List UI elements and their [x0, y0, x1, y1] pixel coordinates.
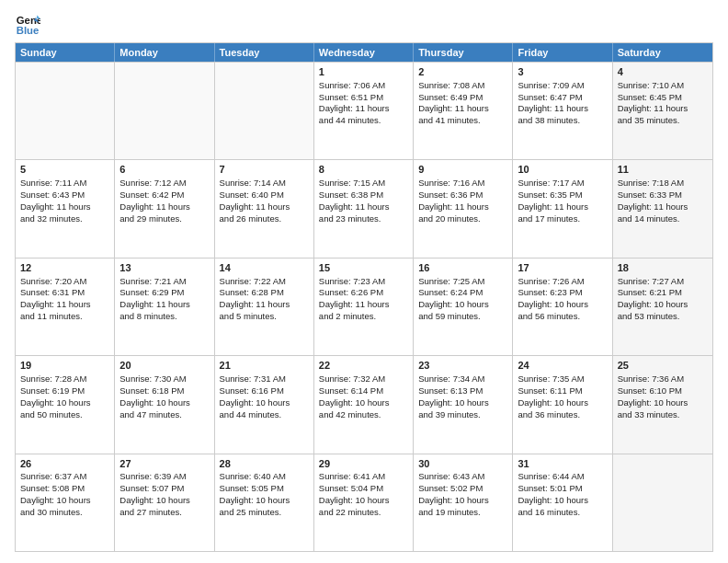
calendar-day-16: 16Sunrise: 7:25 AM Sunset: 6:24 PM Dayli… — [414, 259, 513, 355]
calendar-row-5: 26Sunrise: 6:37 AM Sunset: 5:08 PM Dayli… — [16, 454, 712, 551]
day-header-tuesday: Tuesday — [215, 43, 314, 62]
day-info: Sunrise: 7:25 AM Sunset: 6:24 PM Dayligh… — [418, 276, 489, 321]
calendar-row-2: 5Sunrise: 7:11 AM Sunset: 6:43 PM Daylig… — [16, 159, 712, 257]
calendar-day-30: 30Sunrise: 6:43 AM Sunset: 5:02 PM Dayli… — [414, 454, 513, 551]
day-number: 27 — [119, 457, 209, 471]
day-info: Sunrise: 7:36 AM Sunset: 6:10 PM Dayligh… — [618, 373, 688, 419]
day-number: 22 — [319, 359, 408, 373]
day-number: 6 — [119, 163, 209, 177]
day-info: Sunrise: 6:40 AM Sunset: 5:05 PM Dayligh… — [220, 471, 290, 516]
calendar-day-8: 8Sunrise: 7:15 AM Sunset: 6:38 PM Daylig… — [314, 160, 414, 257]
day-info: Sunrise: 7:18 AM Sunset: 6:33 PM Dayligh… — [618, 178, 688, 223]
day-info: Sunrise: 7:35 AM Sunset: 6:11 PM Dayligh… — [518, 373, 588, 419]
calendar-empty-cell — [215, 63, 314, 159]
day-number: 5 — [20, 163, 109, 177]
day-number: 10 — [518, 163, 607, 177]
day-info: Sunrise: 7:28 AM Sunset: 6:19 PM Dayligh… — [20, 373, 91, 419]
day-number: 26 — [20, 457, 109, 471]
day-info: Sunrise: 7:10 AM Sunset: 6:45 PM Dayligh… — [618, 80, 688, 125]
svg-text:Blue: Blue — [17, 25, 40, 36]
day-info: Sunrise: 6:39 AM Sunset: 5:07 PM Dayligh… — [119, 471, 190, 516]
calendar-day-25: 25Sunrise: 7:36 AM Sunset: 6:10 PM Dayli… — [613, 356, 712, 453]
calendar-day-27: 27Sunrise: 6:39 AM Sunset: 5:07 PM Dayli… — [115, 454, 214, 551]
day-number: 4 — [618, 65, 708, 79]
day-number: 23 — [418, 359, 507, 373]
calendar-day-4: 4Sunrise: 7:10 AM Sunset: 6:45 PM Daylig… — [613, 63, 712, 159]
day-number: 28 — [220, 457, 309, 471]
day-info: Sunrise: 6:43 AM Sunset: 5:02 PM Dayligh… — [418, 471, 489, 516]
day-info: Sunrise: 6:37 AM Sunset: 5:08 PM Dayligh… — [20, 471, 91, 516]
day-info: Sunrise: 7:08 AM Sunset: 6:49 PM Dayligh… — [418, 80, 489, 125]
day-info: Sunrise: 7:21 AM Sunset: 6:29 PM Dayligh… — [119, 276, 190, 321]
calendar-empty-cell — [115, 63, 214, 159]
day-info: Sunrise: 7:22 AM Sunset: 6:28 PM Dayligh… — [220, 276, 290, 321]
day-number: 19 — [20, 359, 109, 373]
day-number: 8 — [319, 163, 408, 177]
day-number: 31 — [518, 457, 607, 471]
day-number: 2 — [418, 65, 507, 79]
day-info: Sunrise: 7:20 AM Sunset: 6:31 PM Dayligh… — [20, 276, 91, 321]
calendar-day-21: 21Sunrise: 7:31 AM Sunset: 6:16 PM Dayli… — [215, 356, 314, 453]
day-number: 24 — [518, 359, 607, 373]
day-header-friday: Friday — [513, 43, 612, 62]
calendar-day-15: 15Sunrise: 7:23 AM Sunset: 6:26 PM Dayli… — [314, 259, 414, 355]
day-info: Sunrise: 6:44 AM Sunset: 5:01 PM Dayligh… — [518, 471, 588, 516]
day-number: 12 — [20, 261, 109, 275]
calendar-row-1: 1Sunrise: 7:06 AM Sunset: 6:51 PM Daylig… — [16, 62, 712, 159]
day-number: 25 — [618, 359, 708, 373]
calendar-day-2: 2Sunrise: 7:08 AM Sunset: 6:49 PM Daylig… — [414, 63, 513, 159]
calendar-day-24: 24Sunrise: 7:35 AM Sunset: 6:11 PM Dayli… — [513, 356, 612, 453]
day-info: Sunrise: 7:09 AM Sunset: 6:47 PM Dayligh… — [518, 80, 588, 125]
day-info: Sunrise: 7:17 AM Sunset: 6:35 PM Dayligh… — [518, 178, 588, 223]
header: General Blue — [15, 11, 713, 37]
day-info: Sunrise: 7:32 AM Sunset: 6:14 PM Dayligh… — [319, 373, 390, 419]
calendar-day-26: 26Sunrise: 6:37 AM Sunset: 5:08 PM Dayli… — [16, 454, 115, 551]
calendar-day-13: 13Sunrise: 7:21 AM Sunset: 6:29 PM Dayli… — [115, 259, 214, 355]
calendar-day-6: 6Sunrise: 7:12 AM Sunset: 6:42 PM Daylig… — [115, 160, 214, 257]
day-info: Sunrise: 7:34 AM Sunset: 6:13 PM Dayligh… — [418, 373, 489, 419]
calendar-day-1: 1Sunrise: 7:06 AM Sunset: 6:51 PM Daylig… — [314, 63, 414, 159]
calendar-empty-cell — [16, 63, 115, 159]
day-header-sunday: Sunday — [16, 43, 115, 62]
day-number: 20 — [119, 359, 209, 373]
calendar-day-20: 20Sunrise: 7:30 AM Sunset: 6:18 PM Dayli… — [115, 356, 214, 453]
calendar-row-4: 19Sunrise: 7:28 AM Sunset: 6:19 PM Dayli… — [16, 355, 712, 453]
calendar-day-31: 31Sunrise: 6:44 AM Sunset: 5:01 PM Dayli… — [513, 454, 612, 551]
day-number: 7 — [220, 163, 309, 177]
calendar-day-5: 5Sunrise: 7:11 AM Sunset: 6:43 PM Daylig… — [16, 160, 115, 257]
day-number: 9 — [418, 163, 507, 177]
calendar-day-29: 29Sunrise: 6:41 AM Sunset: 5:04 PM Dayli… — [314, 454, 414, 551]
day-info: Sunrise: 7:11 AM Sunset: 6:43 PM Dayligh… — [20, 178, 91, 223]
calendar-day-12: 12Sunrise: 7:20 AM Sunset: 6:31 PM Dayli… — [16, 259, 115, 355]
day-number: 3 — [518, 65, 607, 79]
day-info: Sunrise: 7:14 AM Sunset: 6:40 PM Dayligh… — [220, 178, 290, 223]
day-number: 17 — [518, 261, 607, 275]
day-info: Sunrise: 7:27 AM Sunset: 6:21 PM Dayligh… — [618, 276, 688, 321]
day-info: Sunrise: 7:31 AM Sunset: 6:16 PM Dayligh… — [220, 373, 290, 419]
calendar-row-3: 12Sunrise: 7:20 AM Sunset: 6:31 PM Dayli… — [16, 258, 712, 355]
calendar-day-28: 28Sunrise: 6:40 AM Sunset: 5:05 PM Dayli… — [215, 454, 314, 551]
day-info: Sunrise: 7:12 AM Sunset: 6:42 PM Dayligh… — [119, 178, 190, 223]
day-info: Sunrise: 7:26 AM Sunset: 6:23 PM Dayligh… — [518, 276, 588, 321]
calendar-day-17: 17Sunrise: 7:26 AM Sunset: 6:23 PM Dayli… — [513, 259, 612, 355]
calendar-day-10: 10Sunrise: 7:17 AM Sunset: 6:35 PM Dayli… — [513, 160, 612, 257]
day-number: 1 — [319, 65, 408, 79]
day-info: Sunrise: 7:30 AM Sunset: 6:18 PM Dayligh… — [119, 373, 190, 419]
calendar-day-22: 22Sunrise: 7:32 AM Sunset: 6:14 PM Dayli… — [314, 356, 414, 453]
calendar: SundayMondayTuesdayWednesdayThursdayFrid… — [15, 42, 713, 552]
calendar-day-23: 23Sunrise: 7:34 AM Sunset: 6:13 PM Dayli… — [414, 356, 513, 453]
day-number: 29 — [319, 457, 408, 471]
day-number: 13 — [119, 261, 209, 275]
calendar-day-9: 9Sunrise: 7:16 AM Sunset: 6:36 PM Daylig… — [414, 160, 513, 257]
calendar-day-14: 14Sunrise: 7:22 AM Sunset: 6:28 PM Dayli… — [215, 259, 314, 355]
calendar-day-3: 3Sunrise: 7:09 AM Sunset: 6:47 PM Daylig… — [513, 63, 612, 159]
calendar-empty-cell — [613, 454, 712, 551]
day-number: 11 — [618, 163, 708, 177]
day-number: 15 — [319, 261, 408, 275]
calendar-day-19: 19Sunrise: 7:28 AM Sunset: 6:19 PM Dayli… — [16, 356, 115, 453]
day-header-wednesday: Wednesday — [314, 43, 414, 62]
day-number: 18 — [618, 261, 708, 275]
day-number: 30 — [418, 457, 507, 471]
day-info: Sunrise: 6:41 AM Sunset: 5:04 PM Dayligh… — [319, 471, 390, 516]
calendar-body: 1Sunrise: 7:06 AM Sunset: 6:51 PM Daylig… — [16, 62, 712, 551]
